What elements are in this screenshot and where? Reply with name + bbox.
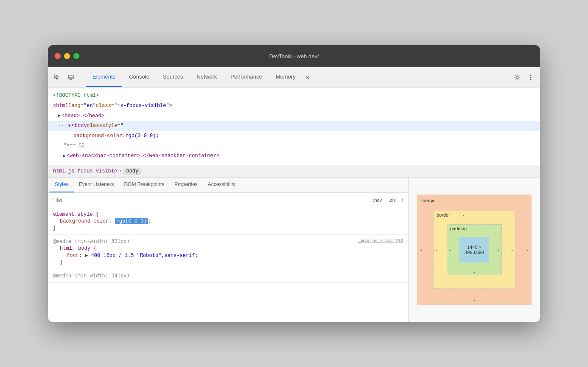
boxmodel-panel: 1440 × 3963.590 margin - - - bbox=[409, 178, 540, 322]
titlebar: DevTools - web.dev/ bbox=[48, 45, 540, 67]
context-menu-icon[interactable] bbox=[525, 71, 537, 83]
tab-accessibility[interactable]: Accessibility bbox=[203, 178, 241, 192]
cls-button[interactable]: .cls bbox=[387, 197, 398, 203]
dom-line-doctype: <!DOCTYPE html> bbox=[48, 91, 540, 101]
tab-console[interactable]: Console bbox=[122, 67, 156, 87]
margin-label: margin bbox=[421, 198, 436, 203]
css-rule-element-style: element.style { background-color: rgb(0 … bbox=[48, 208, 408, 235]
svg-point-6 bbox=[530, 79, 532, 80]
window-title: DevTools - web.dev/ bbox=[269, 53, 319, 59]
padding-dash-right: - bbox=[498, 247, 499, 252]
styles-panel: Styles Event Listeners DOM Breakpoints P… bbox=[48, 178, 409, 322]
main-content: <!DOCTYPE html> <html lang="en" class="j… bbox=[48, 88, 540, 322]
tabbar: Elements Console Sources Network Perform… bbox=[48, 67, 540, 88]
tabs: Elements Console Sources Network Perform… bbox=[86, 67, 506, 87]
dom-line-head[interactable]: ▶ <head>…</head> bbox=[48, 111, 540, 121]
breadcrumb-html[interactable]: html.js-focus-visible bbox=[53, 168, 117, 174]
svg-point-4 bbox=[530, 74, 532, 76]
border-dash-top: - bbox=[463, 212, 465, 217]
tab-network[interactable]: Network bbox=[190, 67, 224, 87]
padding-dash-left: - bbox=[449, 247, 451, 252]
tab-properties[interactable]: Properties bbox=[169, 178, 203, 192]
tab-event-listeners[interactable]: Event Listeners bbox=[74, 178, 119, 192]
tabbar-right bbox=[506, 71, 537, 83]
content-size: 1440 × 3963.590 bbox=[459, 245, 489, 255]
css-rules: element.style { background-color: rgb(0 … bbox=[48, 208, 408, 322]
toolbar-icons bbox=[51, 71, 82, 83]
tab-dom-breakpoints[interactable]: DOM Breakpoints bbox=[119, 178, 169, 192]
svg-point-3 bbox=[516, 76, 518, 78]
box-model-diagram: 1440 × 3963.590 margin - - - bbox=[417, 195, 532, 305]
lower-panel: Styles Event Listeners DOM Breakpoints P… bbox=[48, 178, 540, 322]
dom-line-bgcolor: background-color: rgb(0 0 0); bbox=[48, 131, 540, 141]
tab-performance[interactable]: Performance bbox=[224, 67, 269, 87]
close-button[interactable] bbox=[55, 53, 61, 59]
breadcrumb-body[interactable]: body bbox=[123, 168, 141, 175]
filter-input[interactable] bbox=[51, 197, 368, 203]
css-source-link[interactable]: _mixins.scss:163 bbox=[358, 238, 403, 243]
maximize-button[interactable] bbox=[73, 53, 79, 59]
padding-dash-bottom: - bbox=[473, 269, 475, 274]
hov-button[interactable]: :hov bbox=[371, 197, 384, 203]
dom-panel: <!DOCTYPE html> <html lang="en" class="j… bbox=[48, 88, 540, 164]
settings-icon[interactable] bbox=[511, 71, 523, 83]
padding-dash-top: - bbox=[473, 226, 474, 231]
styles-tabs: Styles Event Listeners DOM Breakpoints P… bbox=[48, 178, 408, 193]
margin-dash-right: - bbox=[526, 247, 528, 252]
dom-line-html[interactable]: <html lang="en" class="js-focus-visible"… bbox=[48, 101, 540, 111]
svg-rect-1 bbox=[70, 79, 72, 80]
svg-rect-0 bbox=[68, 75, 73, 79]
border-label: border bbox=[437, 212, 450, 217]
border-dash-bottom: - bbox=[473, 282, 475, 287]
dom-line-body[interactable]: ··· ▼ <body class style=" bbox=[48, 121, 540, 131]
filter-bar: :hov .cls + bbox=[48, 193, 408, 208]
dom-line-eq: "> == $0 bbox=[48, 141, 540, 151]
breadcrumb: html.js-focus-visible › body bbox=[48, 165, 540, 178]
margin-dash-top: - bbox=[461, 198, 463, 203]
add-style-button[interactable]: + bbox=[401, 196, 405, 204]
tab-memory[interactable]: Memory bbox=[269, 67, 302, 87]
svg-point-5 bbox=[530, 76, 532, 78]
tab-sources[interactable]: Sources bbox=[156, 67, 190, 87]
padding-label: padding bbox=[450, 226, 467, 231]
devtools-window: DevTools - web.dev/ Elements bbox=[48, 45, 540, 322]
css-rule-media-2: @media (min-width: 341px) bbox=[48, 269, 408, 283]
inspect-icon[interactable] bbox=[51, 71, 63, 83]
border-dash-right: - bbox=[511, 247, 513, 252]
dom-line-snackbar[interactable]: ▶ <web-snackbar-container>…</web-snackba… bbox=[48, 151, 540, 161]
device-icon[interactable] bbox=[65, 71, 77, 83]
more-tabs-button[interactable]: » bbox=[302, 73, 313, 81]
css-rule-media: @media (min-width: 321px) _mixins.scss:1… bbox=[48, 235, 408, 269]
tab-styles[interactable]: Styles bbox=[50, 178, 74, 192]
content-box: 1440 × 3963.590 bbox=[459, 237, 489, 263]
tab-elements[interactable]: Elements bbox=[86, 67, 122, 87]
border-dash-left: - bbox=[436, 247, 437, 252]
margin-dash-bottom: - bbox=[473, 297, 475, 302]
margin-dash-left: - bbox=[420, 247, 422, 252]
minimize-button[interactable] bbox=[64, 53, 70, 59]
traffic-lights bbox=[55, 53, 79, 59]
